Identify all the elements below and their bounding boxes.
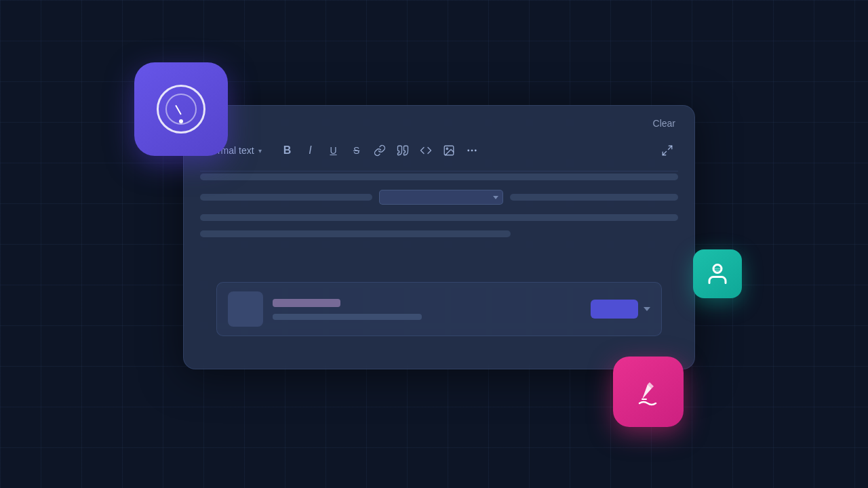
link-button[interactable] [369,140,391,161]
image-button[interactable] [438,140,460,161]
quote-icon [397,144,409,157]
card-chevron-icon [644,307,650,311]
speedometer-circle [157,85,205,134]
expand-button[interactable] [656,140,678,161]
svg-point-3 [471,150,473,151]
card-action-button[interactable] [591,300,638,319]
italic-button[interactable]: I [300,140,321,161]
user-icon [705,262,730,286]
svg-point-2 [468,150,469,151]
clear-button[interactable]: Clear [653,118,675,129]
expand-icon [661,144,673,157]
dropdown-chevron-icon [493,196,498,199]
card-text [273,299,581,320]
editor-card: Clear Normal text ▾ B I U S [183,105,695,369]
image-icon [443,144,455,157]
more-button[interactable] [461,140,483,161]
chevron-down-icon: ▾ [258,147,262,155]
edit-app-icon[interactable] [613,357,684,427]
content-line-3 [200,214,678,221]
card-thumbnail [228,291,263,327]
content-card [216,282,662,336]
card-subtitle-line [273,314,422,320]
content-line-2 [200,190,678,205]
svg-point-1 [446,148,448,149]
link-icon [374,144,386,157]
code-icon [420,144,432,157]
edit-icon [630,373,667,410]
svg-line-5 [669,146,672,149]
editor-content[interactable] [200,174,678,352]
card-title-line [273,299,340,307]
svg-point-4 [475,150,476,151]
toolbar: Normal text ▾ B I U S [200,140,678,171]
blockquote-button[interactable] [392,140,414,161]
speedometer-app-icon[interactable] [134,62,228,156]
strikethrough-button[interactable]: S [346,140,368,161]
more-icon [466,144,478,157]
code-button[interactable] [415,140,437,161]
speedometer-dot [179,119,183,123]
content-line-1 [200,174,678,180]
content-line-4 [200,230,511,237]
svg-line-6 [663,152,666,155]
speedometer-needle [175,105,182,115]
bold-button[interactable]: B [277,140,298,161]
user-app-icon[interactable] [693,249,742,298]
underline-button[interactable]: U [323,140,344,161]
card-action [591,300,650,319]
